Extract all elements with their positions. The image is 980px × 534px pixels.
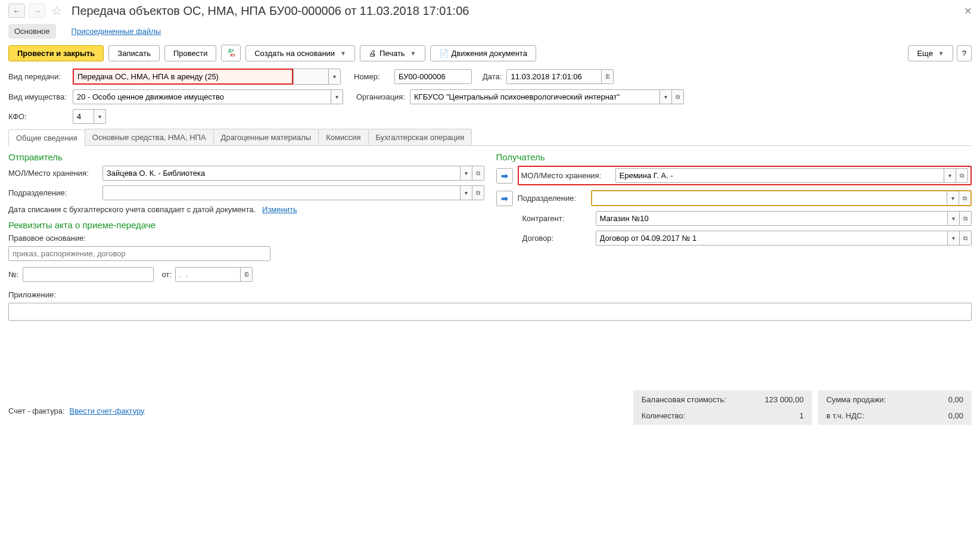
favorite-star-icon[interactable]: ☆ (51, 4, 62, 18)
org-input[interactable] (410, 89, 660, 104)
sender-mol-dropdown-button[interactable]: ▾ (461, 166, 472, 181)
tab-precious-materials[interactable]: Драгоценные материалы (213, 129, 319, 145)
date-picker-button[interactable]: 🗓 (602, 69, 614, 84)
attachment-input[interactable] (8, 303, 972, 321)
recipient-mol-dropdown-button[interactable]: ▾ (944, 168, 956, 183)
recipient-dep-dropdown-button[interactable]: ▾ (947, 191, 959, 205)
number-input[interactable] (394, 69, 472, 84)
invoice-label: Счет - фактура: (8, 406, 65, 415)
recipient-mol-open-button[interactable]: ⧉ (956, 168, 968, 183)
open-icon: ⧉ (963, 195, 967, 202)
sender-dep-input[interactable] (102, 185, 461, 200)
act-no-label: №: (8, 270, 19, 279)
more-button[interactable]: Еще▼ (908, 45, 953, 61)
close-icon[interactable]: ✕ (964, 5, 972, 17)
transfer-type-input[interactable] (73, 69, 293, 85)
recipient-mol-input[interactable] (615, 168, 945, 183)
enter-invoice-link[interactable]: Ввести счет-фактуру (70, 406, 145, 415)
sender-dep-open-button[interactable]: ⧉ (472, 185, 484, 200)
kfo-input[interactable] (73, 109, 94, 124)
post-and-close-button[interactable]: Провести и закрыть (8, 45, 104, 61)
open-icon: ⧉ (476, 190, 480, 197)
post-button[interactable]: Провести (164, 45, 217, 61)
totals-left-block: Балансовая стоимость: 123 000,00 Количес… (633, 390, 812, 425)
date-input[interactable] (506, 69, 602, 84)
tab-general[interactable]: Общие сведения (8, 129, 85, 146)
open-icon: ⧉ (963, 215, 967, 222)
open-icon: ⧉ (963, 235, 967, 242)
nav-forward-button[interactable]: → (29, 4, 45, 18)
sender-mol-input[interactable] (102, 166, 461, 181)
transfer-type-dropdown-button[interactable]: ▾ (329, 69, 341, 85)
qty-value: 1 (744, 411, 804, 420)
balance-value: 123 000,00 (744, 395, 804, 404)
counterparty-label: Контрагент: (522, 214, 591, 223)
contract-open-button[interactable]: ⧉ (960, 231, 972, 246)
tab-accounting-op[interactable]: Бухгалтерская операция (368, 129, 472, 145)
org-label: Организация: (356, 92, 405, 101)
recipient-title: Получатель (496, 152, 972, 162)
number-label: Номер: (354, 72, 390, 81)
org-dropdown-button[interactable]: ▾ (660, 89, 672, 104)
legal-basis-input[interactable] (8, 246, 270, 261)
arrow-left-icon: ← (13, 7, 21, 15)
tab-commission[interactable]: Комиссия (318, 129, 368, 145)
attachment-label: Приложение: (8, 290, 972, 299)
dtkt-button[interactable]: ДтКт (221, 45, 241, 61)
tab-fixed-assets[interactable]: Основные средства, НМА, НПА (85, 129, 214, 145)
counterparty-open-button[interactable]: ⧉ (960, 211, 972, 226)
tab-main[interactable]: Основное (8, 24, 56, 39)
kfo-dropdown-button[interactable]: ▾ (94, 109, 106, 124)
act-from-label: от: (162, 270, 172, 279)
recipient-dep-open-button[interactable]: ⧉ (959, 191, 970, 205)
change-writeoff-link[interactable]: Изменить (262, 205, 297, 214)
help-button[interactable]: ? (957, 45, 972, 61)
chevron-down-icon: ▼ (340, 50, 346, 57)
sender-dep-label: Подразделение: (8, 188, 98, 197)
recipient-mol-label: МОЛ/Место хранения: (521, 171, 611, 180)
act-no-input[interactable] (23, 267, 154, 282)
document-movements-button[interactable]: 📄 Движения документа (430, 45, 536, 61)
nav-back-button[interactable]: ← (8, 4, 25, 18)
sender-mol-label: МОЛ/Место хранения: (8, 169, 98, 178)
property-type-label: Вид имущества: (8, 92, 68, 101)
contract-dropdown-button[interactable]: ▾ (948, 231, 960, 246)
print-button[interactable]: 🖨 Печать▼ (360, 45, 425, 61)
org-open-button[interactable]: ⧉ (672, 89, 684, 104)
recipient-dep-input[interactable] (592, 191, 947, 205)
transfer-type-extra-button[interactable] (293, 69, 329, 85)
sender-mol-open-button[interactable]: ⧉ (472, 166, 484, 181)
dtkt-icon: ДтКт (226, 48, 235, 58)
sale-sum-value: 0,00 (904, 395, 963, 404)
calendar-icon: 🗓 (605, 73, 611, 80)
contract-label: Договор: (522, 234, 591, 243)
act-from-date-picker-button[interactable]: 🗓 (241, 267, 253, 282)
legal-basis-label: Правовое основание: (8, 234, 484, 243)
date-label: Дата: (483, 72, 502, 81)
open-icon: ⧉ (960, 172, 964, 179)
vat-label: в т.ч. НДС: (826, 411, 886, 420)
document-icon: 📄 (439, 49, 449, 58)
transfer-dep-arrow-button[interactable]: ➡ (496, 191, 513, 206)
chevron-down-icon: ▼ (938, 50, 944, 57)
calendar-icon: 🗓 (244, 271, 250, 278)
property-type-dropdown-button[interactable]: ▾ (331, 89, 343, 104)
sender-title: Отправитель (8, 152, 484, 162)
contract-input[interactable] (596, 231, 948, 246)
vat-value: 0,00 (904, 411, 963, 420)
act-title: Реквизиты акта о приеме-передаче (8, 220, 484, 230)
tab-attached-files[interactable]: Присоединенные файлы (66, 24, 167, 39)
property-type-input[interactable] (73, 89, 331, 104)
create-based-on-button[interactable]: Создать на основании▼ (245, 45, 355, 61)
transfer-mol-arrow-button[interactable]: ➡ (496, 168, 513, 184)
act-from-date-input[interactable] (175, 267, 241, 282)
balance-label: Балансовая стоимость: (642, 395, 726, 404)
chevron-down-icon: ▼ (410, 50, 416, 57)
sender-dep-dropdown-button[interactable]: ▾ (461, 185, 472, 200)
counterparty-dropdown-button[interactable]: ▾ (948, 211, 960, 226)
save-button[interactable]: Записать (108, 45, 160, 61)
open-icon: ⧉ (476, 170, 480, 177)
printer-icon: 🖨 (369, 49, 377, 58)
counterparty-input[interactable] (596, 211, 948, 226)
kfo-label: КФО: (8, 112, 68, 121)
